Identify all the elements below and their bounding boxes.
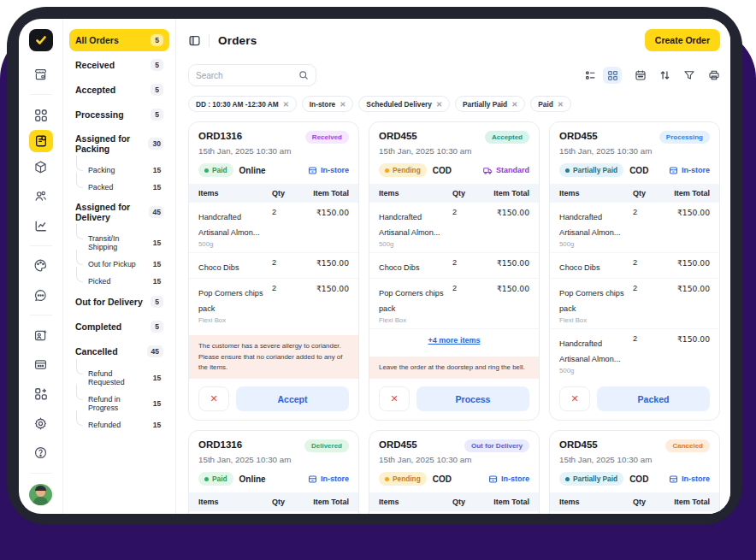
- more-items-link[interactable]: +4 more items: [369, 329, 539, 351]
- reject-order-button[interactable]: ✕: [559, 386, 590, 411]
- contact-add-icon[interactable]: [30, 325, 52, 345]
- create-order-button[interactable]: Create Order: [645, 29, 720, 51]
- chip-close-icon[interactable]: ✕: [283, 100, 289, 109]
- payment-method: COD: [433, 475, 452, 484]
- stage: All Orders 5 Received 5 Accepted 5 Proce…: [0, 0, 756, 560]
- in-store-icon: [669, 475, 678, 484]
- nav-refund-in-progress[interactable]: Refund in Progress 15: [81, 391, 169, 416]
- packed-button[interactable]: Packed: [597, 386, 710, 411]
- order-date: 15th Jan, 2025 10:30 am: [559, 455, 710, 464]
- payment-method: COD: [433, 166, 452, 175]
- grid-view-icon[interactable]: [603, 67, 622, 84]
- in-store-icon: [308, 166, 317, 175]
- items-table-header: ItemsQtyItem Total: [189, 492, 358, 511]
- nav-picked[interactable]: Picked 15: [81, 273, 169, 289]
- help-circle-icon[interactable]: [30, 442, 52, 463]
- order-date: 15th Jan, 2025 10:30 am: [379, 146, 529, 156]
- order-date: 15th Jan, 2025 10:30 am: [198, 146, 349, 156]
- nav-sub-packing: Packing 15 Packed 15: [69, 162, 169, 195]
- nav-accepted[interactable]: Accepted 5: [69, 79, 169, 101]
- item-row: Choco Dibs 2₹150.00: [550, 253, 719, 279]
- filter-icon[interactable]: [683, 69, 695, 81]
- chip-close-icon[interactable]: ✕: [436, 100, 442, 109]
- palette-icon[interactable]: [30, 256, 52, 276]
- reject-order-button[interactable]: ✕: [379, 386, 410, 411]
- delivery-type[interactable]: Standard: [482, 166, 529, 175]
- item-row: Pop Corners chips packFlexi Box 2₹150.00: [369, 279, 539, 329]
- nav-transit[interactable]: Transit/In Shipping 15: [81, 230, 169, 255]
- analytics-chart-icon[interactable]: [30, 215, 52, 235]
- toolbar-tools: [581, 67, 720, 84]
- accept-button[interactable]: Accept: [236, 386, 349, 411]
- user-avatar[interactable]: [29, 484, 52, 505]
- delivery-type[interactable]: In-store: [488, 475, 529, 484]
- payment-method: COD: [629, 475, 648, 484]
- nav-assigned-packing[interactable]: Assigned for Packing 30: [69, 128, 169, 159]
- chat-bubble-icon[interactable]: [30, 285, 52, 305]
- print-icon[interactable]: [708, 69, 720, 81]
- sort-icon[interactable]: [659, 69, 670, 81]
- orders-doc-icon[interactable]: [29, 130, 53, 152]
- nav-out-for-delivery[interactable]: Out for Delivery 5: [69, 291, 169, 313]
- delivery-type[interactable]: In-store: [669, 475, 710, 484]
- integrations-icon[interactable]: [30, 384, 52, 404]
- payment-status-badge: Partially Paid: [559, 163, 623, 177]
- order-id: ORD455: [559, 439, 598, 450]
- payment-method: Online: [239, 475, 266, 484]
- items-table-header: ItemsQtyItem Total: [189, 184, 358, 203]
- nav-received[interactable]: Received 5: [69, 54, 169, 76]
- search-input[interactable]: [196, 71, 298, 80]
- search-box[interactable]: [188, 64, 316, 86]
- nav-sub-cancelled: Refund Requested 15 Refund in Progress 1…: [69, 365, 169, 433]
- nav-refund-requested[interactable]: Refund Requested 15: [81, 365, 169, 390]
- delivery-type[interactable]: In-store: [669, 166, 710, 175]
- status-badge: Delivered: [304, 439, 349, 452]
- status-badge: Received: [305, 131, 349, 144]
- package-box-icon[interactable]: [30, 156, 52, 177]
- status-badge: Processing: [659, 131, 710, 144]
- chip-in-store[interactable]: In-store✕: [302, 96, 354, 112]
- nav-out-for-pickup[interactable]: Out for Pickup 15: [81, 256, 169, 272]
- storefront-icon[interactable]: [30, 64, 52, 85]
- nav-packed[interactable]: Packed 15: [81, 179, 169, 195]
- chip-delivery-time[interactable]: DD : 10:30 AM -12:30 AM✕: [188, 96, 297, 112]
- customers-icon[interactable]: [30, 186, 52, 206]
- order-note: The customer has a severe allergy to cor…: [189, 335, 358, 379]
- payment-status-badge: Paid: [198, 163, 233, 177]
- chip-partially-paid[interactable]: Partially Paid✕: [455, 96, 525, 112]
- order-cards-grid: ORD1316 Received 15th Jan, 2025 10:30 am…: [188, 121, 720, 514]
- collapse-sidebar-icon[interactable]: [188, 34, 201, 47]
- order-date: 15th Jan, 2025 10:30 am: [379, 455, 529, 464]
- status-badge: Accepted: [485, 131, 529, 144]
- delivery-type[interactable]: In-store: [308, 475, 349, 484]
- calendar-icon[interactable]: [635, 69, 647, 81]
- nav-all-orders[interactable]: All Orders 5: [69, 29, 169, 51]
- chip-close-icon[interactable]: ✕: [511, 100, 517, 109]
- delivery-type[interactable]: In-store: [308, 166, 349, 175]
- in-store-icon: [669, 166, 678, 175]
- nav-cancelled[interactable]: Cancelled 45: [69, 340, 169, 363]
- nav-processing[interactable]: Processing 5: [69, 103, 169, 126]
- nav-assigned-delivery[interactable]: Assigned for Delivery 45: [69, 197, 169, 227]
- chip-paid[interactable]: Paid✕: [530, 96, 571, 112]
- nav-packing[interactable]: Packing 15: [81, 162, 169, 178]
- pos-terminal-icon[interactable]: [30, 355, 52, 375]
- process-button[interactable]: Process: [416, 386, 529, 411]
- item-row: Pop Corners chips packFlexi Box 2₹150.00: [189, 279, 358, 328]
- list-view-icon[interactable]: [581, 67, 599, 84]
- settings-gear-icon[interactable]: [30, 413, 52, 433]
- item-row: Handcrafted Artisanal Almon...500g 2₹150…: [550, 203, 719, 253]
- chip-close-icon[interactable]: ✕: [558, 100, 564, 109]
- reject-order-button[interactable]: ✕: [198, 386, 229, 411]
- chip-close-icon[interactable]: ✕: [340, 100, 346, 109]
- logo-check-icon[interactable]: [29, 29, 53, 51]
- order-card: ORD1316 Received 15th Jan, 2025 10:30 am…: [188, 121, 359, 421]
- dashboard-grid-icon[interactable]: [30, 104, 52, 125]
- item-row: Handcrafted Artisanal Almon...500g 2₹150…: [369, 203, 539, 253]
- rail-divider: [30, 473, 52, 474]
- in-store-icon: [308, 475, 317, 484]
- nav-refunded[interactable]: Refunded 15: [81, 416, 169, 433]
- nav-completed[interactable]: Completed 5: [69, 315, 169, 338]
- items-table-header: ItemsQtyItem Total: [550, 492, 719, 511]
- chip-scheduled-delivery[interactable]: Scheduled Delivery✕: [358, 96, 450, 112]
